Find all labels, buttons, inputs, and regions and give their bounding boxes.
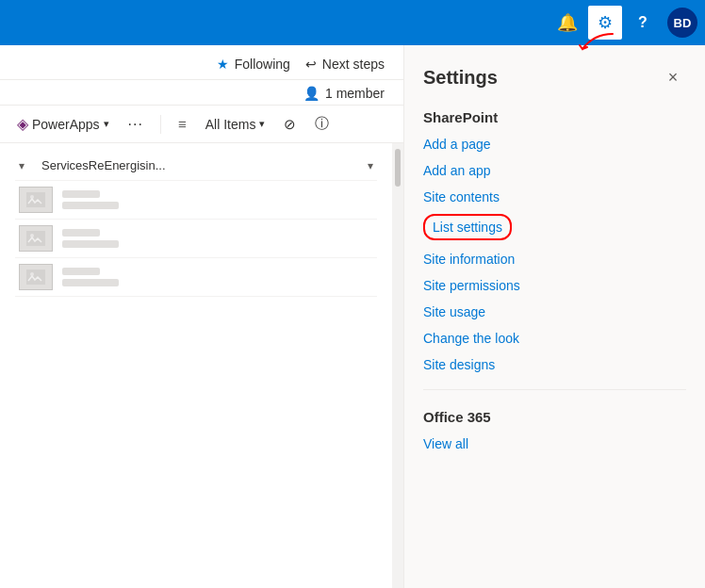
list-settings-wrapper: List settings bbox=[404, 210, 705, 246]
next-steps-icon: ↩ bbox=[305, 57, 317, 72]
star-icon: ★ bbox=[217, 57, 229, 72]
left-content: ★ Following ↩ Next steps 👤 1 member ◈ Po… bbox=[0, 45, 403, 588]
row-chevron-down-icon: ▾ bbox=[368, 159, 373, 172]
list-row[interactable]: ▾ ServicesReEnergisin... ▾ bbox=[15, 151, 377, 181]
image-thumbnail bbox=[19, 187, 53, 213]
list-item-lines bbox=[62, 229, 119, 248]
sharepoint-section-title: SharePoint bbox=[404, 102, 705, 131]
list-item-lines bbox=[62, 190, 119, 209]
top-bar-icons: 🔔 ⚙ ? BD bbox=[550, 6, 697, 40]
settings-button[interactable]: ⚙ bbox=[588, 6, 622, 40]
settings-header: Settings × bbox=[404, 45, 705, 102]
info-icon: ⓘ bbox=[315, 115, 329, 133]
change-look-link[interactable]: Change the look bbox=[404, 325, 705, 351]
svg-point-3 bbox=[30, 234, 34, 237]
list-settings-link[interactable]: List settings bbox=[423, 214, 512, 240]
help-icon: ? bbox=[638, 14, 648, 31]
row-expand-chevron-icon: ▾ bbox=[19, 159, 34, 172]
more-icon: ··· bbox=[128, 116, 143, 133]
line-medium bbox=[62, 279, 119, 286]
line-short bbox=[62, 268, 100, 275]
all-items-label: All Items bbox=[205, 117, 256, 132]
site-information-link[interactable]: Site information bbox=[404, 246, 705, 272]
settings-title: Settings bbox=[423, 67, 498, 89]
site-usage-link[interactable]: Site usage bbox=[404, 299, 705, 325]
member-button[interactable]: 👤 1 member bbox=[303, 86, 385, 101]
svg-rect-0 bbox=[26, 192, 45, 207]
member-label: 1 member bbox=[325, 86, 385, 101]
list-item-lines bbox=[62, 268, 119, 286]
toolbar: ◈ PowerApps ▾ ··· ≡ All Items ▾ ⊘ ⓘ bbox=[0, 106, 403, 143]
office365-section-title: Office 365 bbox=[404, 401, 705, 431]
avatar[interactable]: BD bbox=[667, 8, 697, 38]
info-button[interactable]: ⓘ bbox=[309, 111, 335, 137]
line-medium bbox=[62, 240, 119, 248]
site-designs-link[interactable]: Site designs bbox=[404, 351, 705, 378]
close-icon: × bbox=[668, 68, 679, 88]
following-button[interactable]: ★ Following bbox=[217, 57, 290, 72]
scrollbar-thumb[interactable] bbox=[395, 149, 401, 187]
add-app-link[interactable]: Add an app bbox=[404, 157, 705, 184]
main-area: ★ Following ↩ Next steps 👤 1 member ◈ Po… bbox=[0, 45, 705, 588]
following-label: Following bbox=[235, 57, 290, 72]
settings-panel: Settings × SharePoint Add a page Add an … bbox=[403, 45, 705, 588]
filter-icon: ⊘ bbox=[284, 116, 296, 133]
more-options-button[interactable]: ··· bbox=[123, 112, 149, 137]
svg-rect-4 bbox=[26, 270, 45, 285]
list-item bbox=[15, 258, 377, 297]
help-button[interactable]: ? bbox=[626, 6, 660, 40]
list-item bbox=[15, 181, 377, 220]
add-page-link[interactable]: Add a page bbox=[404, 131, 705, 157]
gear-icon: ⚙ bbox=[598, 12, 613, 33]
list-item bbox=[15, 220, 377, 258]
svg-rect-2 bbox=[26, 231, 45, 246]
avatar-initials: BD bbox=[674, 16, 692, 30]
view-icon-button[interactable]: ≡ bbox=[172, 112, 192, 136]
diamond-icon: ◈ bbox=[17, 115, 28, 133]
site-contents-link[interactable]: Site contents bbox=[404, 184, 705, 210]
list-main: ▾ ServicesReEnergisin... ▾ bbox=[0, 143, 392, 588]
svg-point-1 bbox=[30, 195, 34, 199]
list-view-icon: ≡ bbox=[178, 116, 187, 132]
office-section: Office 365 View all bbox=[404, 401, 705, 468]
image-thumbnail bbox=[19, 225, 53, 252]
row-label: ServicesReEnergisin... bbox=[41, 158, 360, 172]
person-icon: 👤 bbox=[303, 86, 320, 101]
all-items-chevron-icon: ▾ bbox=[259, 118, 265, 130]
next-steps-button[interactable]: ↩ Next steps bbox=[305, 57, 385, 72]
settings-divider bbox=[423, 389, 686, 390]
toolbar-divider bbox=[160, 115, 161, 134]
powerapps-chevron-icon: ▾ bbox=[104, 118, 109, 130]
line-short bbox=[62, 229, 100, 237]
powerapps-dropdown[interactable]: ◈ PowerApps ▾ bbox=[11, 111, 115, 137]
notifications-button[interactable]: 🔔 bbox=[550, 6, 584, 40]
powerapps-label: PowerApps bbox=[32, 117, 100, 132]
line-medium bbox=[62, 202, 119, 209]
close-button[interactable]: × bbox=[660, 64, 686, 90]
all-items-dropdown[interactable]: All Items ▾ bbox=[200, 113, 271, 136]
filter-button[interactable]: ⊘ bbox=[278, 112, 302, 137]
list-area: ▾ ServicesReEnergisin... ▾ bbox=[0, 143, 403, 588]
scrollbar-track[interactable] bbox=[392, 143, 403, 588]
view-all-link[interactable]: View all bbox=[404, 431, 705, 457]
subheader: ★ Following ↩ Next steps bbox=[0, 45, 403, 80]
bell-icon: 🔔 bbox=[557, 12, 578, 33]
top-bar: 🔔 ⚙ ? BD bbox=[0, 0, 705, 45]
svg-point-5 bbox=[30, 272, 34, 276]
site-permissions-link[interactable]: Site permissions bbox=[404, 272, 705, 299]
image-thumbnail bbox=[19, 264, 53, 290]
next-steps-label: Next steps bbox=[322, 57, 385, 72]
line-short bbox=[62, 190, 100, 198]
